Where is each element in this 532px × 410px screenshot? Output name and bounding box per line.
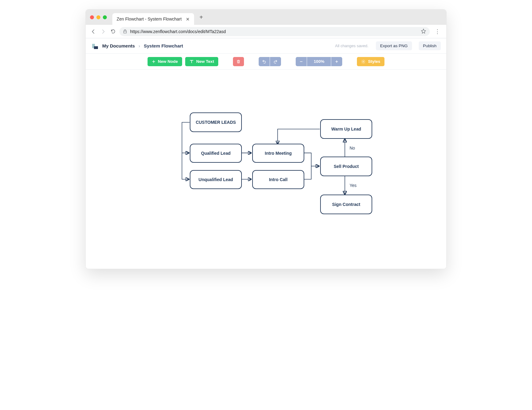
- node-customer-leads[interactable]: CUSTOMER LEADS: [190, 112, 242, 132]
- breadcrumb-current: System Flowchart: [144, 43, 183, 48]
- undo-icon: [262, 59, 266, 64]
- node-warm-up-lead[interactable]: Warm Up Lead: [320, 119, 372, 139]
- arrow-left-icon: [91, 29, 96, 34]
- back-button[interactable]: [90, 28, 97, 35]
- new-node-button[interactable]: New Node: [148, 57, 182, 66]
- close-window-button[interactable]: [90, 15, 94, 19]
- arrow-right-icon: [100, 29, 106, 34]
- browser-window: Zen Flowchart - System Flowchart ✕ + htt…: [85, 9, 447, 269]
- redo-icon: [273, 59, 278, 64]
- styles-button[interactable]: Styles: [357, 57, 384, 66]
- browser-tab[interactable]: Zen Flowchart - System Flowchart ✕: [112, 13, 194, 25]
- export-button[interactable]: Export as PNG: [376, 41, 412, 50]
- flowchart-edges: [86, 70, 446, 269]
- publish-button[interactable]: Publish: [419, 41, 441, 50]
- node-sign-contract[interactable]: Sign Contract: [320, 195, 372, 214]
- zoom-group: 100%: [296, 57, 342, 66]
- node-qualified-lead[interactable]: Qualified Lead: [190, 144, 242, 163]
- zoom-in-button[interactable]: [331, 57, 342, 66]
- undo-button[interactable]: [259, 57, 270, 66]
- plus-icon: [335, 60, 339, 63]
- zoom-out-button[interactable]: [296, 57, 307, 66]
- new-text-label: New Text: [196, 59, 214, 64]
- save-status: All changes saved.: [335, 44, 369, 48]
- node-unqualified-lead[interactable]: Unqualified Lead: [190, 170, 242, 189]
- node-intro-meeting[interactable]: Intro Meeting: [252, 144, 304, 163]
- svg-point-0: [363, 61, 364, 62]
- node-intro-call[interactable]: Intro Call: [252, 170, 304, 189]
- reload-button[interactable]: [110, 28, 116, 35]
- bookmark-star-icon[interactable]: [421, 28, 426, 35]
- undo-redo-group: [259, 57, 281, 66]
- chevron-right-icon: ›: [139, 43, 140, 48]
- minus-icon: [299, 60, 303, 63]
- reload-icon: [111, 29, 116, 34]
- app-logo-icon[interactable]: [91, 43, 98, 49]
- new-text-button[interactable]: New Text: [185, 57, 218, 66]
- edge-label-yes: Yes: [348, 183, 358, 188]
- forward-button[interactable]: [100, 28, 107, 35]
- text-icon: [189, 59, 194, 64]
- flowchart-canvas[interactable]: CUSTOMER LEADS Qualified Lead Unqualifie…: [86, 70, 446, 269]
- app-toolbar: New Node New Text 100%: [86, 54, 446, 70]
- trash-icon: [236, 59, 241, 64]
- maximize-window-button[interactable]: [103, 15, 107, 19]
- breadcrumb: My Documents › System Flowchart: [102, 43, 183, 48]
- delete-button[interactable]: [233, 57, 244, 66]
- plus-icon: [152, 60, 155, 63]
- gear-icon: [361, 59, 365, 64]
- close-tab-icon[interactable]: ✕: [186, 17, 190, 21]
- redo-button[interactable]: [270, 57, 281, 66]
- browser-toolbar: https://www.zenflowchart.com/docs/edit/M…: [86, 25, 446, 38]
- address-bar[interactable]: https://www.zenflowchart.com/docs/edit/M…: [119, 27, 430, 36]
- app-header: My Documents › System Flowchart All chan…: [86, 38, 446, 54]
- edge-label-no: No: [348, 146, 356, 150]
- styles-label: Styles: [368, 59, 380, 64]
- lock-icon: [123, 29, 127, 33]
- browser-menu-button[interactable]: ⋮: [433, 28, 442, 35]
- zoom-value[interactable]: 100%: [307, 57, 331, 66]
- new-node-label: New Node: [158, 59, 178, 64]
- new-tab-button[interactable]: +: [196, 12, 206, 22]
- window-controls: [90, 15, 107, 19]
- breadcrumb-root[interactable]: My Documents: [102, 43, 135, 48]
- minimize-window-button[interactable]: [96, 15, 100, 19]
- tab-title: Zen Flowchart - System Flowchart: [117, 17, 182, 21]
- browser-tabstrip: Zen Flowchart - System Flowchart ✕ +: [86, 9, 446, 25]
- node-sell-product[interactable]: Sell Product: [320, 157, 372, 176]
- url-text: https://www.zenflowchart.com/docs/edit/M…: [130, 29, 226, 34]
